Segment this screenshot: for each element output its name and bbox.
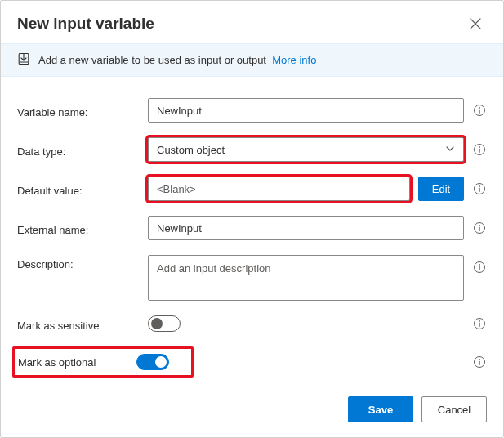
- svg-point-20: [479, 359, 480, 360]
- row-sensitive: Mark as sensitive: [17, 315, 487, 332]
- label-variable-name: Variable name:: [17, 103, 148, 118]
- svg-point-5: [479, 146, 480, 148]
- svg-rect-9: [479, 188, 479, 192]
- default-value-text: <Blank>: [157, 183, 196, 195]
- info-bar-message: Add a new variable to be used as input o…: [38, 54, 266, 66]
- toggle-knob: [151, 318, 163, 329]
- svg-point-14: [479, 264, 480, 266]
- row-variable-name: Variable name:: [17, 98, 487, 123]
- label-default-value: Default value:: [17, 181, 148, 197]
- data-type-select[interactable]: Custom object: [148, 137, 464, 162]
- svg-point-2: [479, 107, 480, 109]
- cancel-button[interactable]: Cancel: [421, 396, 487, 422]
- external-name-input[interactable]: [148, 216, 464, 240]
- info-icon-external-name[interactable]: [472, 221, 487, 235]
- row-optional: Mark as optional: [17, 346, 487, 378]
- svg-point-8: [479, 185, 480, 187]
- sensitive-toggle[interactable]: [148, 315, 181, 332]
- chevron-down-icon: [445, 144, 455, 156]
- svg-rect-18: [479, 323, 479, 327]
- info-icon-sensitive[interactable]: [472, 316, 487, 331]
- dialog-content: Variable name: Data type: Custom object: [1, 77, 503, 383]
- row-data-type: Data type: Custom object: [17, 137, 487, 162]
- info-icon-description[interactable]: [472, 260, 487, 275]
- info-bar: Add a new variable to be used as input o…: [1, 43, 503, 77]
- svg-rect-12: [479, 227, 479, 231]
- info-icon-default-value[interactable]: [472, 181, 487, 196]
- info-icon-optional[interactable]: [472, 355, 487, 369]
- description-input[interactable]: [148, 255, 464, 301]
- more-info-link[interactable]: More info: [272, 54, 316, 66]
- svg-point-11: [479, 225, 480, 226]
- svg-point-17: [479, 320, 480, 322]
- default-value-display: <Blank>: [148, 177, 410, 201]
- svg-rect-3: [479, 110, 479, 114]
- label-external-name: External name:: [17, 221, 148, 236]
- svg-rect-21: [479, 361, 479, 365]
- variable-name-input[interactable]: [148, 98, 464, 123]
- label-data-type: Data type:: [17, 142, 148, 158]
- close-button[interactable]: [464, 12, 487, 35]
- label-sensitive: Mark as sensitive: [17, 316, 148, 332]
- toggle-knob: [155, 356, 167, 368]
- svg-rect-6: [479, 149, 479, 153]
- svg-rect-15: [479, 266, 479, 270]
- row-external-name: External name:: [17, 216, 487, 240]
- download-icon: [17, 52, 30, 68]
- optional-highlight: Mark as optional: [12, 346, 194, 378]
- row-description: Description:: [17, 255, 487, 301]
- new-input-variable-dialog: New input variable Add a new variable to…: [0, 0, 504, 438]
- info-bar-text: Add a new variable to be used as input o…: [38, 54, 316, 66]
- dialog-header: New input variable: [1, 1, 503, 43]
- close-icon: [470, 18, 481, 29]
- optional-toggle[interactable]: [136, 354, 169, 370]
- label-description: Description:: [17, 255, 148, 270]
- dialog-footer: Save Cancel: [1, 383, 503, 437]
- save-button[interactable]: Save: [348, 396, 413, 422]
- label-optional: Mark as optional: [18, 356, 96, 369]
- edit-default-value-button[interactable]: Edit: [418, 177, 464, 201]
- row-default-value: Default value: <Blank> Edit: [17, 177, 487, 201]
- dialog-title: New input variable: [17, 15, 154, 33]
- info-icon-variable-name[interactable]: [472, 103, 487, 118]
- data-type-value: Custom object: [157, 144, 225, 156]
- info-icon-data-type[interactable]: [472, 142, 487, 157]
